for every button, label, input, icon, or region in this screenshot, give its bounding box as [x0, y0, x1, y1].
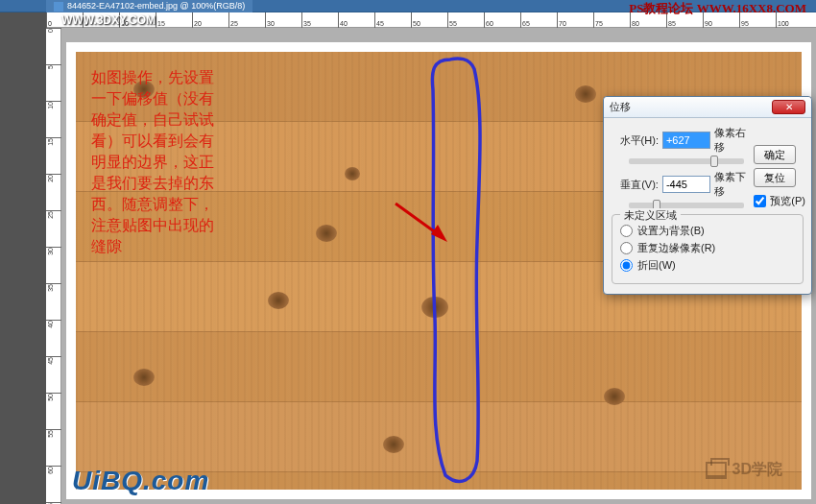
- wood-knot: [133, 369, 155, 386]
- dialog-title-bar[interactable]: 位移 ✕: [604, 97, 811, 118]
- horizontal-offset-input[interactable]: [662, 132, 710, 149]
- radio-wrap[interactable]: [620, 259, 633, 272]
- horizontal-unit-label: 像素右移: [714, 126, 756, 155]
- undefined-area-fieldset: 未定义区域 设置为背景(B) 重复边缘像素(R) 折回(W): [612, 214, 804, 284]
- vertical-offset-input[interactable]: [662, 176, 710, 193]
- watermark-ps-forum: PS教程论坛 WWW.16XX8.COM: [629, 0, 806, 17]
- watermark-3d-academy: 3D学院: [706, 460, 782, 480]
- ps-file-icon: [54, 2, 63, 12]
- radio-set-background-label: 设置为背景(B): [637, 224, 705, 238]
- radio-set-background[interactable]: [620, 225, 633, 237]
- horizontal-offset-slider[interactable]: [629, 158, 744, 164]
- watermark-uibq: UiBQ.com: [72, 466, 209, 496]
- wood-knot: [575, 85, 596, 103]
- document-title: 844652-EA47102-embed.jpg @ 100%(RGB/8): [67, 0, 245, 12]
- vertical-unit-label: 像素下移: [714, 170, 756, 199]
- vertical-offset-label: 垂直(V):: [612, 178, 659, 192]
- close-icon[interactable]: ✕: [772, 100, 805, 114]
- cancel-button[interactable]: 复位: [754, 168, 796, 187]
- wood-knot: [316, 225, 337, 242]
- instruction-annotation-text: 如图操作，先设置一下偏移值（没有确定值，自己试试看）可以看到会有明显的边界，这正…: [91, 67, 226, 257]
- fieldset-legend: 未定义区域: [620, 208, 681, 223]
- watermark-3dxy: WWW.3DXY.COM: [61, 13, 156, 27]
- wood-knot: [345, 167, 360, 180]
- slider-thumb[interactable]: [710, 156, 718, 167]
- preview-label: 预览(P): [770, 194, 805, 208]
- document-tab[interactable]: 844652-EA47102-embed.jpg @ 100%(RGB/8): [46, 0, 252, 12]
- preview-checkbox[interactable]: [754, 195, 766, 207]
- dialog-body: 水平(H): 像素右移 垂直(V): 像素下移 未定义区域 设置为背景(B) 重…: [604, 118, 811, 294]
- dialog-title-text: 位移: [610, 100, 772, 114]
- wood-knot: [604, 388, 625, 405]
- vertical-ruler[interactable]: 05101520253035404550556065: [46, 28, 61, 504]
- radio-wrap-label: 折回(W): [637, 258, 676, 273]
- wood-knot: [421, 297, 448, 318]
- radio-repeat-edge[interactable]: [620, 242, 633, 254]
- horizontal-offset-label: 水平(H):: [612, 133, 659, 148]
- ok-button[interactable]: 确定: [754, 145, 796, 164]
- wood-knot: [383, 436, 404, 453]
- offset-dialog[interactable]: 位移 ✕ 水平(H): 像素右移 垂直(V): 像素下移 未定义区域 设置为背景…: [603, 96, 812, 295]
- left-tool-gutter: [0, 0, 46, 504]
- wood-knot: [268, 292, 289, 309]
- graduation-cap-icon: [706, 462, 727, 479]
- radio-repeat-edge-label: 重复边缘像素(R): [637, 241, 715, 255]
